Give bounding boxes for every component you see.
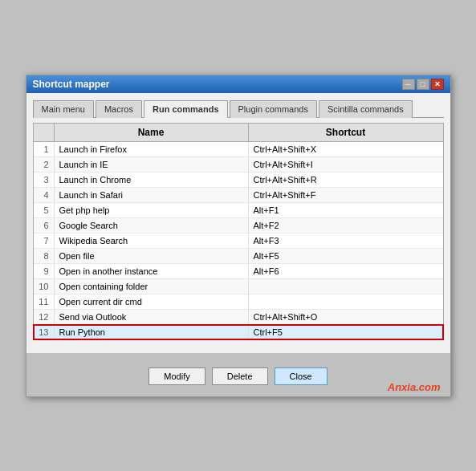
row-shortcut: [249, 279, 443, 294]
row-name: Google Search: [55, 218, 249, 233]
row-shortcut: [249, 294, 443, 309]
minimize-button[interactable]: ─: [402, 79, 415, 90]
table-body: 1Launch in FirefoxCtrl+Alt+Shift+X2Launc…: [34, 142, 443, 339]
watermark-site: Anxia: [388, 381, 416, 393]
row-num: 10: [34, 279, 55, 294]
row-shortcut: Ctrl+Alt+Shift+X: [249, 142, 443, 156]
row-num: 13: [34, 325, 55, 339]
window-controls: ─ □ ✕: [402, 79, 444, 90]
tab-macros[interactable]: Macros: [96, 100, 142, 118]
row-shortcut: Ctrl+Alt+Shift+R: [249, 173, 443, 187]
row-name: Open in another instance: [55, 264, 249, 278]
row-num: 12: [34, 310, 55, 324]
col-shortcut-header: Shortcut: [249, 124, 443, 141]
row-num: 9: [34, 264, 55, 278]
row-name: Wikipedia Search: [55, 233, 249, 248]
row-name: Run Python: [55, 325, 249, 339]
table-row[interactable]: 8Open fileAlt+F5: [34, 249, 443, 264]
maximize-button[interactable]: □: [417, 79, 429, 90]
col-num-header: [34, 124, 55, 141]
tab-run-commands[interactable]: Run commands: [144, 100, 228, 118]
close-dialog-button[interactable]: Close: [275, 367, 328, 385]
tab-bar: Main menu Macros Run commands Plugin com…: [33, 99, 444, 118]
table-row[interactable]: 2Launch in IECtrl+Alt+Shift+I: [34, 157, 443, 173]
footer: Modify Delete Close Anxia.com: [26, 353, 450, 396]
table-row[interactable]: 5Get php helpAlt+F1: [34, 203, 443, 218]
row-num: 8: [34, 249, 55, 263]
tab-plugin-commands[interactable]: Plugin commands: [230, 100, 317, 118]
table-row[interactable]: 6Google SearchAlt+F2: [34, 218, 443, 233]
row-num: 7: [34, 233, 55, 248]
row-name: Send via Outlook: [55, 310, 249, 324]
action-buttons: Modify Delete Close: [148, 361, 327, 390]
row-num: 5: [34, 203, 55, 217]
watermark-domain: .com: [416, 381, 440, 393]
row-shortcut: Ctrl+F5: [249, 325, 443, 339]
row-shortcut: Ctrl+Alt+Shift+I: [249, 157, 443, 172]
row-num: 3: [34, 173, 55, 187]
content-area: Main menu Macros Run commands Plugin com…: [26, 93, 450, 353]
row-name: Open current dir cmd: [55, 294, 249, 309]
row-name: Launch in Firefox: [55, 142, 249, 156]
row-name: Launch in Safari: [55, 188, 249, 202]
modify-button[interactable]: Modify: [148, 367, 205, 385]
row-shortcut: Alt+F1: [249, 203, 443, 217]
table-row[interactable]: 12Send via OutlookCtrl+Alt+Shift+O: [34, 310, 443, 325]
table-row[interactable]: 3Launch in ChromeCtrl+Alt+Shift+R: [34, 173, 443, 188]
row-num: 6: [34, 218, 55, 233]
table-row[interactable]: 10Open containing folder: [34, 279, 443, 294]
row-num: 2: [34, 157, 55, 172]
row-name: Launch in Chrome: [55, 173, 249, 187]
titlebar: Shortcut mapper ─ □ ✕: [26, 75, 450, 93]
table-row[interactable]: 7Wikipedia SearchAlt+F3: [34, 233, 443, 249]
col-name-header: Name: [55, 124, 249, 141]
row-name: Open containing folder: [55, 279, 249, 294]
row-num: 1: [34, 142, 55, 156]
table-row[interactable]: 11Open current dir cmd: [34, 294, 443, 310]
row-shortcut: Alt+F2: [249, 218, 443, 233]
tab-scintilla-commands[interactable]: Scintilla commands: [319, 100, 413, 118]
row-shortcut: Alt+F3: [249, 233, 443, 248]
table-row[interactable]: 4Launch in SafariCtrl+Alt+Shift+F: [34, 188, 443, 203]
delete-button[interactable]: Delete: [212, 367, 268, 385]
table-header: Name Shortcut: [34, 124, 443, 142]
row-shortcut: Ctrl+Alt+Shift+F: [249, 188, 443, 202]
shortcut-table: Name Shortcut 1Launch in FirefoxCtrl+Alt…: [33, 123, 444, 340]
row-name: Launch in IE: [55, 157, 249, 172]
tab-main-menu[interactable]: Main menu: [33, 100, 94, 118]
table-row[interactable]: 9Open in another instanceAlt+F6: [34, 264, 443, 279]
row-name: Open file: [55, 249, 249, 263]
row-shortcut: Alt+F6: [249, 264, 443, 278]
row-name: Get php help: [55, 203, 249, 217]
row-shortcut: Alt+F5: [249, 249, 443, 263]
row-shortcut: Ctrl+Alt+Shift+O: [249, 310, 443, 324]
window-title: Shortcut mapper: [33, 79, 110, 90]
row-num: 4: [34, 188, 55, 202]
row-num: 11: [34, 294, 55, 309]
table-row[interactable]: 13Run PythonCtrl+F5: [34, 325, 443, 339]
table-row[interactable]: 1Launch in FirefoxCtrl+Alt+Shift+X: [34, 142, 443, 157]
close-button[interactable]: ✕: [431, 79, 444, 90]
watermark: Anxia.com: [388, 381, 441, 393]
